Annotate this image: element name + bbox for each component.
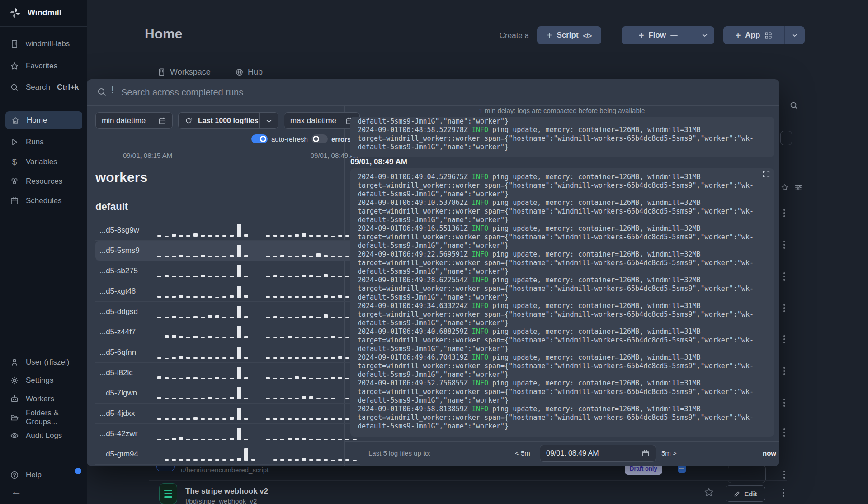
worker-row[interactable]: ...d5-42zwr <box>95 424 360 444</box>
worker-activity-sparkline <box>157 264 360 277</box>
worker-activity-sparkline <box>157 447 360 461</box>
logfiles-select[interactable]: Last 1000 logfiles <box>178 112 278 129</box>
screen: Home Create a + Script </> + Flow + App <box>0 0 868 504</box>
app-dropdown-button[interactable] <box>784 26 805 44</box>
worker-row[interactable]: ...d5-sb275 <box>95 261 360 281</box>
plus-icon: + <box>547 31 552 40</box>
calendar-icon <box>642 449 650 457</box>
search-mode-prefix: ! <box>111 85 114 95</box>
filter-input-partial[interactable] <box>780 131 792 145</box>
max-datetime-input[interactable]: max datetime <box>284 112 360 129</box>
sidebar-item-favorites[interactable]: Favorites <box>0 57 87 75</box>
windmill-logo-icon <box>9 7 21 19</box>
collapse-sidebar-arrow-icon[interactable]: ← <box>11 485 22 498</box>
worker-row[interactable]: ...d5-4jdxx <box>95 404 360 424</box>
create-script-button[interactable]: + Script </> <box>537 26 601 44</box>
now-button[interactable]: now <box>738 449 776 457</box>
row-menu-kebab[interactable] <box>781 471 788 479</box>
sidebar-item-resources[interactable]: Resources <box>0 172 87 190</box>
search-shortcut: Ctrl+k <box>57 83 79 92</box>
worker-row[interactable]: ...d5-6qfnn <box>95 342 360 363</box>
robot-icon <box>10 395 19 404</box>
auto-refresh-toggle[interactable] <box>251 134 268 143</box>
row-menu-kebab[interactable] <box>781 241 788 249</box>
worker-row[interactable]: ...d5-l82lc <box>95 363 360 383</box>
building-icon <box>157 68 166 76</box>
sidebar-item-search[interactable]: Search Ctrl+k <box>0 78 87 96</box>
divider <box>0 104 87 104</box>
worker-name: ...d5-sb275 <box>99 266 138 276</box>
create-label: Create a <box>484 31 529 40</box>
sidebar-item-runs[interactable]: Runs <box>0 133 87 151</box>
plus-icon: + <box>736 30 741 41</box>
row-menu-kebab[interactable] <box>781 209 788 217</box>
chevron-down-icon[interactable] <box>265 118 273 125</box>
worker-row[interactable]: ...d5-gtm94 <box>95 444 360 465</box>
tab-workspace[interactable]: Workspace <box>157 67 211 77</box>
row-divider <box>149 480 787 481</box>
search-input[interactable] <box>121 84 528 101</box>
favorite-star-icon[interactable] <box>703 487 714 498</box>
edit-button[interactable]: Edit <box>726 485 765 502</box>
sidebar-item-user[interactable]: User (rfiszel) <box>0 353 87 371</box>
create-flow-button[interactable]: + Flow <box>622 26 695 44</box>
row-menu-kebab[interactable] <box>781 399 788 407</box>
log-section-header: 09/01, 08:49 AM <box>350 157 407 166</box>
item-path[interactable]: f/bd/stripe_webhook_v2 <box>185 497 257 504</box>
log-entry: 2024-09-01T06:49:10.537862Z INFO ping up… <box>358 199 767 224</box>
worker-row[interactable]: ...d5-8sg9w <box>95 220 360 241</box>
log-entry: 2024-09-01T06:49:34.633224Z INFO ping up… <box>358 302 767 328</box>
worker-row[interactable]: ...d5-xgt48 <box>95 281 360 302</box>
sidebar-item-help[interactable]: Help <box>0 466 87 484</box>
row-menu-kebab[interactable] <box>781 367 788 375</box>
star-icon[interactable] <box>781 183 789 191</box>
worker-name: ...d5-xgt48 <box>99 287 136 296</box>
sidebar-item-workers[interactable]: Workers <box>0 390 87 408</box>
min-datetime-input[interactable]: min datetime <box>95 112 173 129</box>
worker-activity-sparkline <box>157 386 360 399</box>
log-datetime-input[interactable]: 09/01, 08:49 AM <box>540 445 656 462</box>
worker-activity-sparkline <box>157 406 360 420</box>
sidebar-item-workspace[interactable]: windmill-labs <box>0 35 87 53</box>
sidebar-item-label: User (rfiszel) <box>26 358 69 367</box>
worker-group-heading: default <box>95 201 128 213</box>
back-5m-button[interactable]: < 5m <box>515 449 530 457</box>
worker-row[interactable]: ...d5-ddgsd <box>95 302 360 322</box>
search-icon[interactable] <box>789 101 798 110</box>
row-menu-kebab[interactable] <box>781 272 788 281</box>
log-entry: 2024-09-01T06:49:28.622554Z INFO ping up… <box>358 276 767 302</box>
sidebar-item-label: Folders & Groups... <box>26 409 87 427</box>
worker-name: ...d5-7lgwn <box>99 389 137 398</box>
row-menu-kebab[interactable] <box>781 428 788 437</box>
sidebar-item-variables[interactable]: $ Variables <box>0 153 87 171</box>
sidebar-item-home[interactable]: Home <box>5 111 82 129</box>
worker-row[interactable]: ...d5-5sms9 <box>95 241 360 261</box>
search-icon <box>10 83 19 92</box>
code-icon: </> <box>583 32 592 39</box>
schedule-icon[interactable] <box>678 465 686 473</box>
tab-hub[interactable]: Hub <box>235 67 263 77</box>
sidebar-item-folders[interactable]: Folders & Groups... <box>0 409 87 427</box>
sidebar-item-label: Variables <box>26 157 57 166</box>
row-menu-kebab[interactable] <box>781 335 788 343</box>
item-path[interactable]: u/henri/unencumbered_script <box>181 466 269 474</box>
row-menu-kebab[interactable] <box>780 489 787 497</box>
create-app-button[interactable]: + App <box>723 26 784 44</box>
sidebar-item-settings[interactable]: Settings <box>0 371 87 390</box>
filter-sliders-icon[interactable] <box>794 183 802 191</box>
worker-activity-sparkline <box>157 223 360 237</box>
row-menu-kebab[interactable] <box>781 304 788 312</box>
auto-refresh-label: auto-refresh <box>271 135 308 143</box>
sidebar-item-schedules[interactable]: Schedules <box>0 192 87 210</box>
worker-row[interactable]: ...d5-7lgwn <box>95 383 360 404</box>
forward-5m-button[interactable]: 5m > <box>661 449 677 457</box>
sidebar-item-audit-logs[interactable]: Audit Logs <box>0 427 87 445</box>
sidebar-item-label: Audit Logs <box>26 431 62 440</box>
sidebar-item-label: Home <box>27 116 47 125</box>
expand-icon[interactable] <box>762 170 770 178</box>
flow-dropdown-button[interactable] <box>695 26 714 44</box>
item-title[interactable]: The stripe webhook v2 <box>185 487 268 496</box>
worker-row[interactable]: ...d5-z44f7 <box>95 322 360 342</box>
nodes-icon <box>10 177 19 186</box>
errors-toggle[interactable] <box>311 134 328 143</box>
